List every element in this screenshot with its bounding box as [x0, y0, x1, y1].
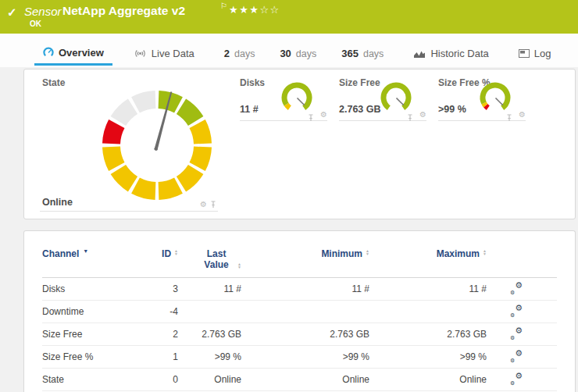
- tab-historic-data[interactable]: Historic Data: [405, 41, 497, 66]
- gauge-value: 11 #: [240, 104, 259, 115]
- col-label: Channel: [42, 248, 79, 259]
- live-signal-icon: [134, 48, 147, 59]
- channel-id: -4: [136, 306, 178, 317]
- tab-unit: days: [363, 48, 384, 59]
- table-row-size-free-pct[interactable]: Size Free % 1 >99 % >99 % >99 % ⚙⚙: [42, 346, 557, 369]
- channel-settings-icon[interactable]: ⚙⚙: [510, 329, 523, 340]
- overview-gauges-panel: State Online ⚙ Disks: [23, 69, 576, 219]
- table-row-downtime[interactable]: Downtime -4 ⚙⚙: [42, 301, 557, 323]
- col-header-id[interactable]: ID ▲▼: [136, 248, 178, 259]
- channel-id: 3: [136, 283, 178, 294]
- last-value: 11 #: [178, 283, 241, 294]
- log-table-icon: [519, 49, 530, 58]
- gauge-label: Disks: [240, 77, 265, 88]
- disks-gauge: [280, 80, 314, 116]
- col-label: Minimum: [321, 248, 362, 259]
- pin-icon[interactable]: [506, 114, 512, 122]
- tab-bar: Overview Live Data 2 days 30 days 365 da…: [0, 41, 578, 66]
- gear-icon[interactable]: ⚙: [419, 111, 426, 119]
- col-header-last-value[interactable]: Last Value ▲▼: [178, 248, 241, 270]
- channel-table: Channel ▼ ID ▲▼ Last Value ▲▼ Minimum ▲▼…: [24, 231, 575, 391]
- tab-label: Live Data: [152, 48, 194, 59]
- state-value: Online: [42, 197, 73, 208]
- gauge-label: Size Free: [339, 77, 380, 88]
- tab-log[interactable]: Log: [510, 41, 560, 66]
- tab-label: Overview: [59, 47, 104, 59]
- gauge-value: 2.763 GB: [339, 104, 381, 115]
- col-label: ID: [162, 248, 171, 259]
- table-row-size-free[interactable]: Size Free 2 2.763 GB 2.763 GB 2.763 GB ⚙…: [42, 323, 557, 346]
- col-header-minimum[interactable]: Minimum ▲▼: [241, 248, 369, 259]
- maximum-value: >99 %: [369, 351, 487, 362]
- tab-label: Log: [534, 48, 551, 59]
- pin-icon[interactable]: [407, 114, 413, 122]
- last-value: >99 %: [178, 351, 241, 362]
- channel-settings-icon[interactable]: ⚙⚙: [510, 306, 523, 318]
- status-badge: OK: [30, 20, 41, 28]
- col-label: Maximum: [437, 248, 480, 259]
- tab-live-data[interactable]: Live Data: [125, 41, 203, 66]
- sensor-title: NetApp Aggregate v2: [62, 4, 185, 18]
- state-gauge-label: State: [42, 77, 65, 88]
- channel-name: Size Free %: [42, 351, 136, 362]
- table-row-state[interactable]: State 0 Online Online Online ⚙⚙: [42, 369, 557, 391]
- col-header-maximum[interactable]: Maximum ▲▼: [369, 248, 487, 259]
- maximum-value: Online: [369, 374, 487, 385]
- minimum-value: >99 %: [241, 351, 369, 362]
- maximum-value: 2.763 GB: [369, 329, 487, 340]
- table-header-row: Channel ▼ ID ▲▼ Last Value ▲▼ Minimum ▲▼…: [42, 248, 557, 278]
- channel-settings-icon[interactable]: ⚙⚙: [510, 374, 523, 386]
- channel-settings-icon[interactable]: ⚙⚙: [510, 283, 523, 295]
- minimum-value: 11 #: [241, 283, 369, 294]
- sensor-header-bar: ✓ Sensor NetApp Aggregate v2 ⚐ ★★★☆☆ OK: [0, 0, 578, 34]
- sort-icon: ▲▼: [483, 249, 487, 255]
- tab-label: Historic Data: [430, 48, 488, 59]
- mini-gauge-size-free-pct: Size Free % >99 % ⚙: [438, 77, 526, 121]
- tab-unit: days: [296, 48, 316, 59]
- size-free-gauge: [379, 80, 413, 116]
- tab-30-days[interactable]: 30 days: [271, 41, 325, 66]
- status-check-icon: ✓: [7, 5, 17, 20]
- col-label: Last Value: [198, 248, 234, 270]
- channel-name: Downtime: [42, 306, 136, 317]
- state-gauge: [95, 83, 219, 208]
- tab-settings[interactable]: ⚙ Settings: [573, 41, 578, 66]
- sort-icon: ▲▼: [237, 262, 241, 269]
- gauge-value: >99 %: [438, 104, 466, 115]
- gear-icon[interactable]: ⚙: [519, 111, 526, 119]
- size-free-pct-gauge: [478, 80, 512, 116]
- flag-icon[interactable]: ⚐: [220, 2, 227, 10]
- area-chart-icon: [413, 49, 426, 59]
- tab-label: 30: [280, 48, 291, 59]
- col-header-channel[interactable]: Channel ▼: [42, 248, 136, 259]
- tab-overview[interactable]: Overview: [34, 41, 112, 66]
- tab-label: 365: [341, 48, 359, 59]
- channel-settings-icon[interactable]: ⚙⚙: [510, 351, 523, 363]
- gear-icon[interactable]: ⚙: [320, 111, 327, 119]
- channel-id: 1: [136, 351, 178, 362]
- channel-name: State: [42, 374, 136, 385]
- minimum-value: Online: [241, 374, 369, 385]
- last-value: 2.763 GB: [178, 329, 241, 340]
- channel-id: 2: [136, 329, 178, 340]
- object-type-label: Sensor: [24, 5, 62, 18]
- minimum-value: 2.763 GB: [241, 329, 369, 340]
- priority-stars[interactable]: ★★★☆☆: [229, 4, 280, 16]
- tab-label: 2: [224, 48, 230, 59]
- channel-name: Size Free: [42, 329, 136, 340]
- channel-id: 0: [136, 374, 178, 385]
- tab-365-days[interactable]: 365 days: [333, 41, 392, 66]
- pin-icon[interactable]: [210, 201, 216, 208]
- channel-name: Disks: [42, 283, 136, 294]
- tab-unit: days: [234, 48, 255, 59]
- tab-2-days[interactable]: 2 days: [216, 41, 264, 66]
- gauge-icon: [43, 47, 54, 58]
- maximum-value: 11 #: [369, 283, 487, 294]
- mini-gauge-disks: Disks 11 # ⚙: [240, 77, 327, 121]
- sort-active-icon: ▼: [83, 248, 88, 254]
- table-row-disks[interactable]: Disks 3 11 # 11 # 11 # ⚙⚙: [42, 278, 557, 301]
- pin-icon[interactable]: [308, 114, 314, 122]
- gear-icon[interactable]: ⚙: [200, 201, 207, 208]
- mini-gauge-size-free: Size Free 2.763 GB ⚙: [339, 77, 426, 121]
- state-value-row: Online ⚙: [40, 195, 218, 212]
